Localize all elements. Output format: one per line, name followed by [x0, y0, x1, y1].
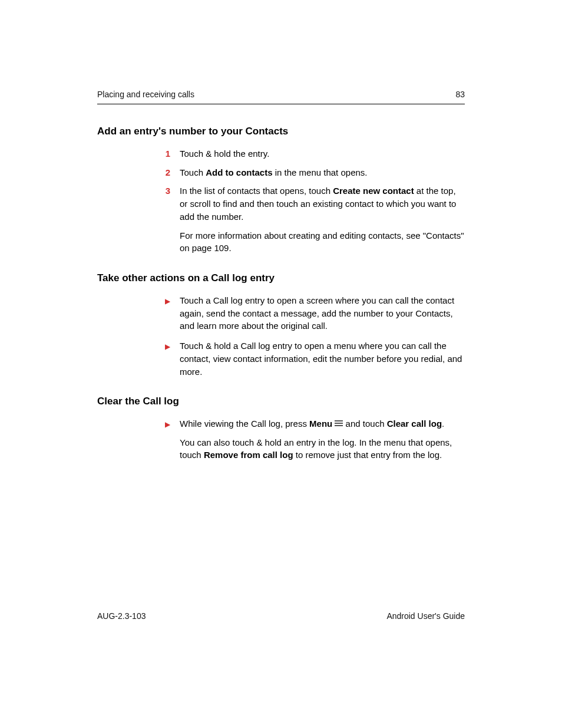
footer-doc-id: AUG-2.3-103: [97, 610, 146, 622]
page-content: Placing and receiving calls 83 Add an en…: [0, 0, 562, 462]
bullet-body: Touch & hold a Call log entry to open a …: [180, 340, 465, 378]
bullet-text: Touch a Call log entry to open a screen …: [180, 294, 465, 332]
bullet-text: While viewing the Call log, press Menu a…: [180, 417, 465, 430]
bullet-text: Touch & hold a Call log entry to open a …: [180, 340, 465, 378]
triangle-bullet-icon: ▶: [162, 340, 170, 378]
section-title-add-entry: Add an entry's number to your Contacts: [97, 124, 465, 139]
step-text-secondary: For more information about creating and …: [180, 229, 465, 255]
bullet-body: Touch a Call log entry to open a screen …: [180, 294, 465, 332]
bullet-text-secondary: You can also touch & hold an entry in th…: [180, 436, 465, 462]
bullet-item: ▶ Touch a Call log entry to open a scree…: [162, 294, 465, 332]
menu-icon: [335, 419, 343, 427]
step-text: In the list of contacts that opens, touc…: [180, 185, 465, 223]
step-body: Touch Add to contacts in the menu that o…: [180, 166, 465, 179]
step-text: Touch & hold the entry.: [180, 147, 465, 160]
step-number: 2: [162, 166, 170, 179]
bullet-body: While viewing the Call log, press Menu a…: [180, 417, 465, 462]
page-footer: AUG-2.3-103 Android User's Guide: [97, 610, 465, 622]
step-body: In the list of contacts that opens, touc…: [180, 185, 465, 255]
footer-guide-name: Android User's Guide: [386, 610, 465, 622]
step-body: Touch & hold the entry.: [180, 147, 465, 160]
steps-add-entry: 1 Touch & hold the entry. 2 Touch Add to…: [97, 147, 465, 255]
step-1: 1 Touch & hold the entry.: [162, 147, 465, 160]
header-section-title: Placing and receiving calls: [97, 88, 194, 100]
step-3: 3 In the list of contacts that opens, to…: [162, 185, 465, 255]
step-number: 3: [162, 185, 170, 255]
header-page-number: 83: [455, 88, 465, 100]
bullet-item: ▶ While viewing the Call log, press Menu…: [162, 417, 465, 462]
step-2: 2 Touch Add to contacts in the menu that…: [162, 166, 465, 179]
running-header: Placing and receiving calls 83: [97, 88, 465, 104]
step-text: Touch Add to contacts in the menu that o…: [180, 166, 465, 179]
triangle-bullet-icon: ▶: [162, 294, 170, 332]
bullets-clear-log: ▶ While viewing the Call log, press Menu…: [97, 417, 465, 462]
step-number: 1: [162, 147, 170, 160]
section-title-clear-log: Clear the Call log: [97, 394, 465, 409]
bullet-item: ▶ Touch & hold a Call log entry to open …: [162, 340, 465, 378]
bullets-other-actions: ▶ Touch a Call log entry to open a scree…: [97, 294, 465, 378]
triangle-bullet-icon: ▶: [162, 417, 170, 462]
section-title-other-actions: Take other actions on a Call log entry: [97, 271, 465, 286]
